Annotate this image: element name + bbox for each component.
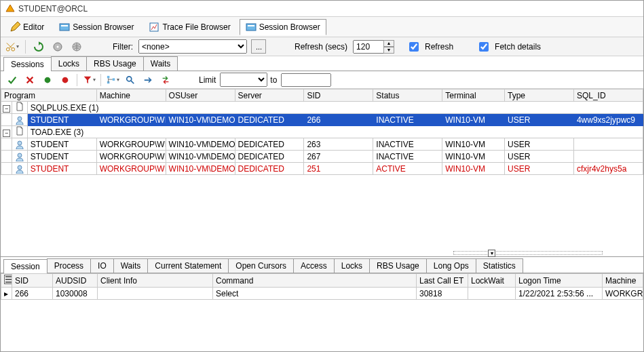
- table-row[interactable]: STUDENTWORKGROUP\WIN1WIN10-VM\DEMODEDICA…: [1, 151, 643, 163]
- detail-cell: WORKGROUP\WI: [603, 288, 643, 300]
- tab-session[interactable]: Session: [3, 259, 48, 273]
- spinner-up-button[interactable]: ▲: [383, 40, 394, 47]
- panel-splitter[interactable]: ▾: [1, 250, 643, 256]
- table-row[interactable]: STUDENTWORKGROUP\WIN1WIN10-VM\DEMODEDICA…: [1, 114, 643, 126]
- tab-locks[interactable]: Locks: [51, 56, 87, 71]
- detail-grid[interactable]: SID AUDSID Client Info Command Last Call…: [1, 273, 643, 300]
- swap-arrows-button[interactable]: [158, 73, 173, 87]
- check-green-button[interactable]: [5, 73, 20, 87]
- editor-tabs-bar: Editor Session Browser Trace File Browse…: [1, 17, 643, 37]
- tab-waits[interactable]: Waits: [143, 56, 178, 71]
- col-type[interactable]: Type: [505, 90, 574, 102]
- col-sqlid[interactable]: SQL_ID: [573, 90, 643, 102]
- refresh-checkbox[interactable]: [409, 42, 419, 52]
- filter-label: Filter:: [113, 42, 133, 52]
- svg-rect-0: [60, 24, 69, 31]
- detail-col-command[interactable]: Command: [213, 274, 417, 288]
- detail-col-clientinfo[interactable]: Client Info: [98, 274, 213, 288]
- col-terminal[interactable]: Terminal: [442, 90, 505, 102]
- user-icon: [15, 115, 24, 125]
- detail-area: Session Process IO Waits Current Stateme…: [1, 256, 643, 351]
- cell-program: STUDENT: [27, 138, 96, 151]
- detail-cell: 266: [12, 288, 53, 300]
- tree-dropdown-button[interactable]: ▾: [105, 73, 120, 87]
- scissors-button[interactable]: ▾: [5, 39, 20, 54]
- detail-col-lastcall[interactable]: Last Call ET: [417, 274, 468, 288]
- splitter-handle[interactable]: ▾: [453, 251, 603, 255]
- session-icon: [246, 22, 257, 33]
- spinner-down-button[interactable]: ▼: [383, 47, 394, 54]
- fetch-details-checkbox[interactable]: [479, 42, 489, 52]
- tab-label: Session Browser: [259, 22, 320, 32]
- tab-locks-detail[interactable]: Locks: [334, 258, 370, 273]
- tab-waits-detail[interactable]: Waits: [113, 258, 149, 273]
- title-bar: STUDENT@ORCL: [1, 1, 643, 17]
- col-osuser[interactable]: OSUser: [166, 90, 235, 102]
- filter-dots-button[interactable]: ...: [251, 39, 266, 54]
- cell-machine: WORKGROUP\WIN1: [96, 163, 166, 175]
- tab-rbs-usage-detail[interactable]: RBS Usage: [369, 258, 427, 273]
- table-row[interactable]: STUDENTWORKGROUP\WIN1WIN10-VM\DEMODEDICA…: [1, 138, 643, 151]
- detail-col-sid[interactable]: SID: [12, 274, 53, 288]
- tab-current-statement[interactable]: Current Statement: [147, 258, 229, 273]
- tab-access[interactable]: Access: [293, 258, 335, 273]
- svg-point-17: [18, 141, 22, 145]
- tab-editor[interactable]: Editor: [3, 19, 50, 35]
- cell-machine: WORKGROUP\WIN1: [96, 138, 166, 151]
- detail-tabstrip: Session Process IO Waits Current Stateme…: [1, 257, 643, 273]
- sessions-grid[interactable]: Program Machine OSUser Server SID Status…: [1, 89, 643, 175]
- limit-select[interactable]: [220, 73, 267, 87]
- disk-button[interactable]: [50, 39, 65, 54]
- cell-status: INACTIVE: [373, 138, 442, 151]
- circle-red-button[interactable]: [58, 73, 73, 87]
- tab-process[interactable]: Process: [47, 258, 91, 273]
- group-row[interactable]: −TOAD.EXE (3): [1, 126, 643, 138]
- tab-open-cursors[interactable]: Open Cursors: [228, 258, 294, 273]
- table-row[interactable]: STUDENTWORKGROUP\WIN1WIN10-VM\DEMODEDICA…: [1, 163, 643, 175]
- tab-session-browser-2[interactable]: Session Browser: [240, 19, 326, 35]
- splitter-caret-icon[interactable]: ▾: [488, 250, 495, 257]
- refresh-button[interactable]: [31, 39, 46, 54]
- tab-sessions[interactable]: Sessions: [3, 57, 52, 71]
- refresh-value-input[interactable]: [353, 40, 384, 54]
- detail-col-burger[interactable]: [1, 274, 12, 288]
- user-icon: [15, 140, 24, 149]
- grid-toolbar: ▾ ▾ Limit to: [1, 71, 643, 89]
- arrow-nav-button[interactable]: [140, 73, 155, 87]
- col-server[interactable]: Server: [235, 90, 304, 102]
- collapse-icon[interactable]: −: [3, 105, 10, 113]
- x-red-button[interactable]: [22, 73, 37, 87]
- col-machine[interactable]: Machine: [96, 90, 166, 102]
- detail-col-logontime[interactable]: Logon Time: [516, 274, 603, 288]
- tab-io[interactable]: IO: [90, 258, 114, 273]
- filter-select[interactable]: <none>: [138, 39, 247, 54]
- col-status[interactable]: Status: [373, 90, 442, 102]
- separator: [25, 40, 26, 54]
- detail-col-machine[interactable]: Machine: [603, 274, 643, 288]
- find-button[interactable]: [123, 73, 138, 87]
- globe-button[interactable]: [69, 39, 84, 54]
- detail-cell: [468, 288, 516, 300]
- detail-row[interactable]: ▸ 266 1030008 Select 30818 1/22/2021 2:5…: [1, 288, 643, 300]
- cell-program: STUDENT: [27, 151, 96, 163]
- tab-statistics[interactable]: Statistics: [476, 258, 523, 273]
- group-row[interactable]: −SQLPLUS.EXE (1): [1, 102, 643, 114]
- circle-green-button[interactable]: [40, 73, 55, 87]
- tab-trace-file-browser[interactable]: Trace File Browser: [143, 19, 236, 35]
- cell-program: STUDENT: [27, 114, 96, 126]
- cell-status: INACTIVE: [373, 151, 442, 163]
- to-input[interactable]: [281, 73, 331, 87]
- tab-long-ops[interactable]: Long Ops: [426, 258, 476, 273]
- cell-sqlid: [573, 151, 643, 163]
- filter-funnel-button[interactable]: ▾: [81, 73, 96, 87]
- tab-session-browser-1[interactable]: Session Browser: [53, 19, 140, 35]
- refresh-spinner[interactable]: ▲ ▼: [353, 40, 394, 54]
- detail-col-audsid[interactable]: AUDSID: [53, 274, 98, 288]
- tab-rbs-usage[interactable]: RBS Usage: [86, 56, 144, 71]
- svg-rect-3: [246, 24, 256, 31]
- col-program[interactable]: Program: [1, 90, 97, 102]
- detail-col-lockwait[interactable]: LockWait: [468, 274, 516, 288]
- cell-terminal: WIN10-VM: [442, 114, 505, 126]
- collapse-icon[interactable]: −: [3, 130, 10, 137]
- col-sid[interactable]: SID: [304, 90, 373, 102]
